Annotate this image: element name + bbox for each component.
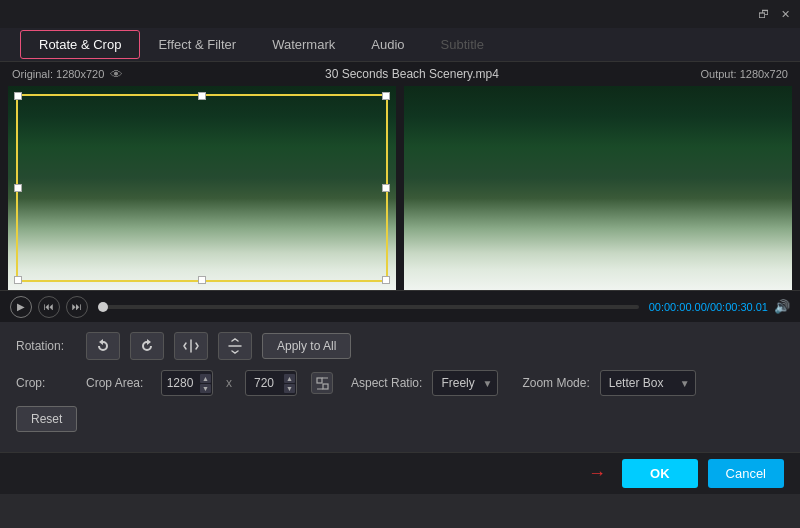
cancel-button[interactable]: Cancel <box>708 459 784 488</box>
controls-area: Rotation: Apply to All Crop: Crop Area: <box>0 322 800 452</box>
tabs-bar: Rotate & Crop Effect & Filter Watermark … <box>0 28 800 62</box>
crop-label: Crop: <box>16 376 76 390</box>
zoom-mode-select[interactable]: Letter Box Pan & Scan Full <box>600 370 696 396</box>
height-decrement[interactable]: ▼ <box>284 384 295 393</box>
timeline-bar: ▶ ⏮ ⏭ 00:00:00.00/00:00:30.01 🔊 <box>0 290 800 322</box>
timeline-dot[interactable] <box>98 302 108 312</box>
output-info: Output: 1280x720 <box>701 68 788 80</box>
reset-button[interactable]: Reset <box>16 406 77 432</box>
bottom-bar: → OK Cancel <box>0 452 800 494</box>
tab-subtitle: Subtitle <box>423 31 502 58</box>
tab-effect-filter[interactable]: Effect & Filter <box>140 31 254 58</box>
aspect-ratio-select-wrap: Freely 16:9 4:3 1:1 ▼ <box>432 370 498 396</box>
eye-icon[interactable]: 👁 <box>110 67 123 82</box>
original-info: Original: 1280x720 👁 <box>12 67 123 82</box>
aspect-ratio-label: Aspect Ratio: <box>351 376 422 390</box>
tab-rotate-crop[interactable]: Rotate & Crop <box>20 30 140 59</box>
minimize-button[interactable]: 🗗 <box>756 7 770 21</box>
flip-horizontal-button[interactable] <box>174 332 208 360</box>
preview-area: Original: 1280x720 👁 30 Seconds Beach Sc… <box>0 62 800 322</box>
aspect-ratio-select[interactable]: Freely 16:9 4:3 1:1 <box>432 370 498 396</box>
video-panels <box>0 86 800 290</box>
volume-icon[interactable]: 🔊 <box>774 299 790 314</box>
output-video-canvas <box>404 86 792 290</box>
flip-vertical-button[interactable] <box>218 332 252 360</box>
output-label: Output: 1280x720 <box>701 68 788 80</box>
width-increment[interactable]: ▲ <box>200 374 211 383</box>
height-spinners: ▲ ▼ <box>284 374 295 393</box>
tab-audio[interactable]: Audio <box>353 31 422 58</box>
filename-label: 30 Seconds Beach Scenery.mp4 <box>325 67 499 81</box>
rotate-cw-button[interactable] <box>130 332 164 360</box>
tab-watermark[interactable]: Watermark <box>254 31 353 58</box>
output-video-panel <box>404 86 792 290</box>
crop-row: Crop: Crop Area: ▲ ▼ x ▲ ▼ As <box>16 370 784 396</box>
rotation-row: Rotation: Apply to All <box>16 332 784 360</box>
zoom-mode-select-wrap: Letter Box Pan & Scan Full ▼ <box>600 370 696 396</box>
reset-row: Reset <box>16 406 784 432</box>
title-bar: 🗗 ✕ <box>0 0 800 28</box>
apply-to-all-button[interactable]: Apply to All <box>262 333 351 359</box>
current-time: 00:00:00.00/00:00:30.01 <box>649 301 768 313</box>
close-button[interactable]: ✕ <box>778 7 792 21</box>
timeline-progress[interactable] <box>98 305 639 309</box>
svg-rect-1 <box>323 384 328 389</box>
original-video-canvas <box>8 86 396 290</box>
size-separator: x <box>226 376 232 390</box>
rotate-ccw-button[interactable] <box>86 332 120 360</box>
expand-crop-button[interactable] <box>311 372 333 394</box>
ok-button[interactable]: OK <box>622 459 698 488</box>
crop-width-wrap: ▲ ▼ <box>161 370 213 396</box>
prev-frame-button[interactable]: ⏮ <box>38 296 60 318</box>
crop-height-wrap: ▲ ▼ <box>245 370 297 396</box>
width-spinners: ▲ ▼ <box>200 374 211 393</box>
crop-area-label: Crop Area: <box>86 376 151 390</box>
svg-rect-0 <box>317 378 322 383</box>
zoom-mode-label: Zoom Mode: <box>522 376 589 390</box>
arrow-hint-icon: → <box>588 463 606 484</box>
original-label: Original: 1280x720 <box>12 68 104 80</box>
play-button[interactable]: ▶ <box>10 296 32 318</box>
width-decrement[interactable]: ▼ <box>200 384 211 393</box>
preview-header: Original: 1280x720 👁 30 Seconds Beach Sc… <box>0 62 800 86</box>
rotation-label: Rotation: <box>16 339 76 353</box>
height-increment[interactable]: ▲ <box>284 374 295 383</box>
next-frame-button[interactable]: ⏭ <box>66 296 88 318</box>
original-video-panel <box>8 86 396 290</box>
